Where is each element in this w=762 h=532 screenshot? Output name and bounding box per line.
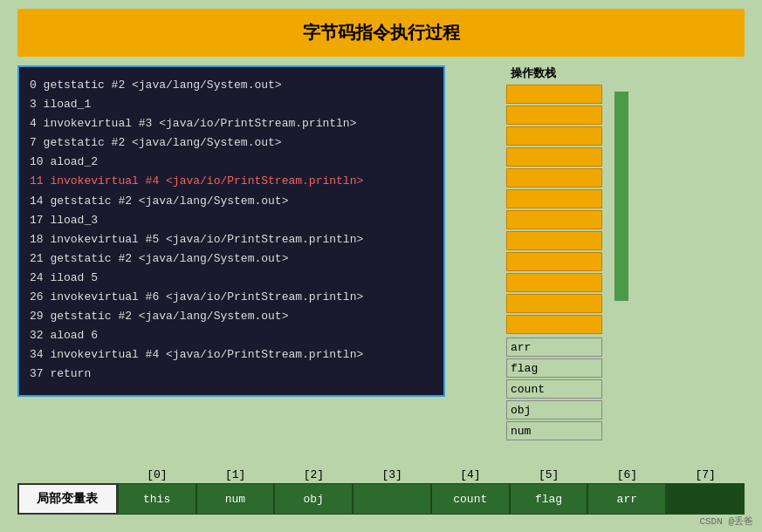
locals-table-cell: num <box>196 483 275 515</box>
stack-cell <box>506 147 602 167</box>
table-column-header: [7] <box>666 468 745 483</box>
table-header-row: [0][1][2][3][4][5][6][7] <box>118 468 745 483</box>
locals-table-cell: obj <box>274 483 353 515</box>
stack-cell <box>506 315 602 334</box>
local-variable-row: num <box>506 421 602 440</box>
stack-cell <box>506 168 602 188</box>
stack-cell <box>506 189 602 208</box>
table-column-header: [6] <box>588 468 667 483</box>
table-column-header: [5] <box>510 468 588 483</box>
stack-locals: arrflagcountobjnum <box>506 338 602 440</box>
ops-stack-label: 操作数栈 <box>511 65 556 81</box>
table-column-header: [3] <box>353 468 431 483</box>
bytecode-line: 24 iload 5 <box>30 269 433 288</box>
stack-cell <box>506 231 602 250</box>
locals-table-cell <box>666 483 745 515</box>
bytecode-line: 37 return <box>30 365 433 384</box>
bytecode-line: 4 invokevirtual #3 <java/io/PrintStream.… <box>30 114 433 133</box>
local-variable-row: count <box>506 379 602 399</box>
stack-cell <box>506 106 602 125</box>
stack-cell <box>506 294 602 313</box>
bytecode-line: 0 getstatic #2 <java/lang/System.out> <box>30 76 433 95</box>
main-area: 0 getstatic #2 <java/lang/System.out>3 i… <box>17 65 745 440</box>
bytecode-line: 17 lload_3 <box>30 211 433 230</box>
stack-cell <box>506 126 602 146</box>
bytecode-line: 26 invokevirtual #6 <java/io/PrintStream… <box>30 288 433 307</box>
locals-table-cell: this <box>118 483 196 515</box>
local-variable-label: obj <box>506 400 602 419</box>
locals-table-label: 局部变量表 <box>17 483 118 515</box>
page-title: 字节码指令执行过程 <box>17 9 745 57</box>
table-column-header: [2] <box>275 468 354 483</box>
stack-cell <box>506 210 602 229</box>
bytecode-line: 14 getstatic #2 <java/lang/System.out> <box>30 192 433 211</box>
bytecode-line: 18 invokevirtual #5 <java/io/PrintStream… <box>30 230 433 249</box>
bytecode-line: 3 iload_1 <box>30 95 433 114</box>
local-variable-label: num <box>506 421 602 440</box>
bytecode-line: 10 aload_2 <box>30 153 433 172</box>
local-variable-label: arr <box>506 338 602 357</box>
green-bar <box>614 92 628 301</box>
bytecode-line: 21 getstatic #2 <java/lang/System.out> <box>30 249 433 269</box>
table-data-row: 局部变量表thisnumobjcountflagarr <box>17 483 745 515</box>
locals-table-cell: flag <box>510 483 588 515</box>
stack-cell <box>506 252 602 271</box>
locals-table-cell: count <box>431 483 510 515</box>
locals-table-cell <box>353 483 431 515</box>
locals-table-cell: arr <box>587 483 666 515</box>
stack-area: 操作数栈 arrflagcountobjnum <box>506 65 602 440</box>
local-variable-row: arr <box>506 338 602 357</box>
stack-cells <box>506 85 602 334</box>
bytecode-line: 29 getstatic #2 <java/lang/System.out> <box>30 307 433 326</box>
stack-cell <box>506 273 602 292</box>
table-column-header: [0] <box>118 468 196 483</box>
bytecode-line: 7 getstatic #2 <java/lang/System.out> <box>30 133 433 153</box>
local-variable-label: count <box>506 379 602 399</box>
table-column-header: [4] <box>431 468 510 483</box>
csdn-credit: CSDN @丢爸 <box>699 515 753 528</box>
local-variable-row: obj <box>506 400 602 419</box>
stack-cell <box>506 85 602 104</box>
bytecode-line: 32 aload 6 <box>30 326 433 345</box>
bytecode-line: 11 invokevirtual #4 <java/io/PrintStream… <box>30 172 433 191</box>
local-variable-label: flag <box>506 358 602 378</box>
bytecode-panel: 0 getstatic #2 <java/lang/System.out>3 i… <box>17 65 445 397</box>
locals-table-area: [0][1][2][3][4][5][6][7] 局部变量表thisnumobj… <box>17 468 745 515</box>
bytecode-line: 34 invokevirtual #4 <java/io/PrintStream… <box>30 345 433 365</box>
local-variable-row: flag <box>506 358 602 378</box>
table-column-header: [1] <box>196 468 275 483</box>
